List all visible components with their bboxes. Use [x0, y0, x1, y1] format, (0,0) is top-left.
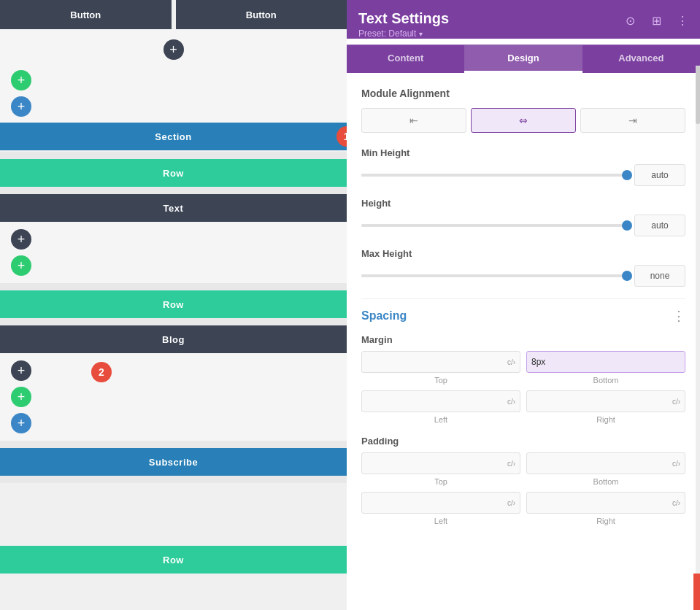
align-center-btn[interactable]: ⇔	[471, 108, 576, 133]
height-track[interactable]	[361, 224, 627, 227]
settings-icon-btn[interactable]: ⊙	[620, 10, 640, 31]
padding-bottom-input[interactable]: c/›	[526, 452, 685, 474]
settings-panel: Text Settings Preset: Default ▾ ⊙ ⊞ ⋮ Co…	[347, 0, 700, 610]
height-fill	[361, 224, 627, 227]
preset-arrow-icon: ▾	[419, 30, 423, 38]
subscribe-bar[interactable]: Subscribe	[0, 448, 347, 476]
row-label-bottom: Row	[163, 555, 184, 565]
margin-top-input[interactable]: c/›	[361, 351, 520, 373]
add-button-blue-1[interactable]: +	[11, 96, 31, 117]
row-bar-2[interactable]: Row	[0, 290, 347, 318]
preset-label: Preset: Default	[358, 28, 416, 39]
scroll-thumb[interactable]	[696, 66, 700, 124]
max-height-fill	[361, 274, 627, 277]
margin-left-label: Left	[361, 415, 520, 424]
padding-bottom-unit: c/›	[672, 460, 680, 468]
spacing-label: Spacing	[361, 309, 407, 323]
padding-right-label: Right	[526, 517, 685, 525]
button-element-right[interactable]: Button	[176, 0, 347, 29]
padding-top-label: Top	[361, 477, 520, 486]
section-wrapper-1: Section 1	[0, 123, 347, 150]
padding-right-unit: c/›	[672, 499, 680, 507]
spacing-more-btn[interactable]: ⋮	[672, 308, 685, 324]
layout-icon-btn[interactable]: ⊞	[646, 10, 666, 31]
badge-1: 1	[336, 126, 347, 147]
padding-left-input[interactable]: c/›	[361, 492, 520, 514]
max-height-label: Max Height	[361, 248, 685, 259]
row-bar-bottom[interactable]: Row	[0, 546, 347, 574]
section-label: Section	[155, 131, 191, 142]
more-icon-btn[interactable]: ⋮	[672, 10, 693, 31]
scroll-indicator	[696, 66, 700, 574]
height-thumb[interactable]	[622, 220, 632, 231]
add-button-blue-2[interactable]: +	[11, 413, 31, 433]
margin-right-label: Right	[526, 415, 685, 424]
panel-tabs: Content Design Advanced	[347, 45, 700, 73]
min-height-thumb[interactable]	[622, 170, 632, 180]
padding-top-input[interactable]: c/›	[361, 452, 520, 474]
add-button-green-2[interactable]: +	[11, 255, 31, 276]
plus-icon-2: +	[18, 73, 26, 88]
min-height-fill	[361, 174, 627, 177]
gap-3	[0, 283, 347, 290]
align-left-btn[interactable]: ⇤	[361, 108, 466, 133]
align-right-btn[interactable]: ⇥	[580, 108, 685, 133]
module-alignment-label: Module Alignment	[361, 88, 685, 99]
padding-left-label: Left	[361, 517, 520, 525]
height-value[interactable]: auto	[634, 215, 685, 236]
tab-design[interactable]: Design	[464, 45, 582, 73]
section-bar[interactable]: Section 1	[0, 123, 347, 150]
align-right-icon: ⇥	[628, 115, 637, 126]
tab-content[interactable]: Content	[347, 45, 464, 73]
height-slider-row: auto	[361, 215, 685, 236]
row-label-1: Row	[163, 168, 184, 179]
top-buttons-row: Button Button	[0, 0, 347, 29]
add-button-green-3[interactable]: +	[11, 387, 31, 407]
blog-label: Blog	[162, 334, 185, 345]
tab-advanced[interactable]: Advanced	[582, 45, 700, 73]
badge-2: 2	[91, 362, 112, 382]
margin-left-input[interactable]: c/›	[361, 390, 520, 412]
min-height-track[interactable]	[361, 174, 627, 177]
more-icon: ⋮	[677, 14, 688, 28]
max-height-value[interactable]: none	[634, 265, 685, 287]
padding-grid: c/› Top c/› Bottom c/› Left	[361, 452, 685, 525]
padding-bottom-label: Bottom	[526, 477, 685, 486]
margin-grid: c/› Top 8px Bottom c/› Left	[361, 351, 685, 424]
plus-icon-4: +	[18, 232, 26, 247]
margin-right-input[interactable]: c/›	[526, 390, 685, 412]
height-label: Height	[361, 198, 685, 209]
max-height-thumb[interactable]	[622, 271, 632, 281]
gap-6	[0, 476, 347, 483]
cancel-button[interactable]: ✕	[693, 574, 700, 610]
margin-bottom-input[interactable]: 8px	[526, 351, 685, 373]
spacing-header: Spacing ⋮	[361, 308, 685, 324]
min-height-value[interactable]: auto	[634, 164, 685, 186]
add-circles-col-1: +	[0, 32, 347, 67]
subscribe-label: Subscribe	[149, 457, 198, 468]
min-height-label: Min Height	[361, 147, 685, 158]
min-height-slider-row: auto	[361, 164, 685, 186]
blog-bar[interactable]: Blog	[0, 325, 347, 353]
gap-2	[0, 187, 347, 194]
add-button-green-1[interactable]: +	[11, 70, 31, 90]
max-height-slider-row: none	[361, 265, 685, 287]
add-circles-blog: + 2 + +	[0, 353, 347, 441]
button-element-left[interactable]: Button	[0, 0, 172, 29]
padding-bottom-field: c/› Bottom	[526, 452, 685, 486]
add-button-dark-3[interactable]: +	[11, 360, 31, 381]
row-bar-bottom-wrapper: Row	[0, 546, 347, 574]
padding-left-unit: c/›	[507, 499, 515, 507]
max-height-track[interactable]	[361, 274, 627, 277]
plus-icon-6: +	[18, 363, 26, 379]
add-button-dark-2[interactable]: +	[11, 229, 31, 250]
row-bar-1[interactable]: Row	[0, 159, 347, 187]
plus-icon-5: +	[18, 258, 26, 274]
plus-icon-8: +	[18, 416, 26, 431]
add-button-dark-1[interactable]: +	[164, 39, 184, 60]
padding-right-input[interactable]: c/›	[526, 492, 685, 514]
text-bar[interactable]: Text	[0, 194, 347, 222]
margin-bottom-value: 8px	[531, 357, 680, 367]
plus-icon-1: +	[169, 42, 177, 58]
add-circles-text: + +	[0, 222, 347, 283]
